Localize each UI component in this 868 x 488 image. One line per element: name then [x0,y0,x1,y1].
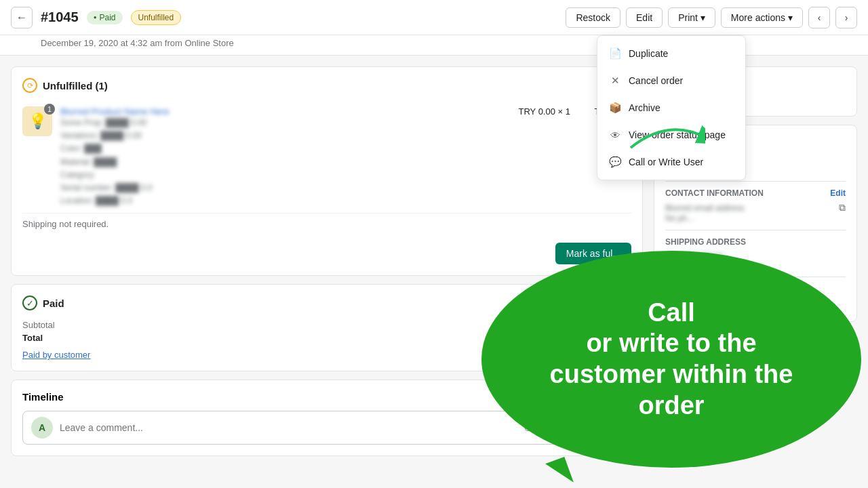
more-actions-button[interactable]: More actions ▾ [721,7,803,28]
next-order-button[interactable]: › [835,7,857,28]
view-status-icon: 👁 [608,128,622,142]
timeline-title: Timeline [22,391,64,403]
subtotal-label: Subtotal [22,320,55,330]
product-price: TRY 0.00 × 1 [519,106,571,117]
cancel-label: Cancel order [629,75,683,86]
print-button[interactable]: Print ▾ [668,7,715,28]
unfulfilled-title: Unfulfilled (1) [43,80,108,92]
product-name[interactable]: Blurred Product Name Here [60,106,511,117]
shipping-section-label: SHIPPING ADDRESS [665,237,846,247]
product-detail-1: Some Prop: ████ 0.00 [60,117,511,129]
back-icon: ← [16,12,27,24]
archive-icon: 📦 [608,101,622,115]
divider-2 [665,230,846,230]
restock-button[interactable]: Restock [566,7,620,28]
product-detail-4: Material: ████ [60,156,511,169]
comment-input[interactable] [60,422,515,433]
promo-text: Call or write to the customer within the… [530,298,814,421]
copy-email-icon[interactable]: ⧉ [839,202,846,214]
paid-by-link[interactable]: Paid by customer [22,350,90,360]
top-bar-actions: Restock Edit Print ▾ More actions ▾ ‹ › [566,7,857,28]
paid-title: Paid [43,298,64,309]
product-detail-7: Location: ████ 0.0 [60,195,511,207]
contact-edit-link[interactable]: Edit [830,188,846,198]
call-write-icon: 💬 [608,155,622,169]
prev-order-button[interactable]: ‹ [808,7,830,28]
product-image: 💡 1 [22,106,52,136]
paid-badge: Paid [87,11,123,24]
contact-section-label: CONTACT INFORMATION Edit [665,188,846,198]
divider-1 [665,181,846,182]
promo-bubble: Call or write to the customer within the… [481,251,861,468]
cancel-icon: ✕ [608,74,622,87]
product-detail-3: Color: ███ [60,142,511,155]
customer-email: Blurred email address [665,203,745,213]
product-detail-6: Serial number: ████ 0.0 [60,182,511,195]
unfulfilled-icon: ⟳ [22,78,37,93]
duplicate-label: Duplicate [629,48,668,59]
product-row: 💡 1 Blurred Product Name Here Some Prop:… [22,101,631,213]
product-count-badge: 1 [44,104,55,115]
email-row: Blurred email address ⧉ [665,202,846,214]
product-detail-2: Variations: ████ 0.00 [60,129,511,142]
back-button[interactable]: ← [11,7,33,28]
unfulfilled-footer: Mark as ful... [22,235,631,264]
print-chevron-icon: ▾ [701,12,705,23]
unfulfilled-header: ⟳ Unfulfilled (1) [22,78,631,93]
call-write-label: Call or Write User [629,157,703,167]
total-label: Total [22,333,43,343]
archive-label: Archive [629,102,660,113]
unfulfilled-card: ⟳ Unfulfilled (1) 💡 1 Blurred Product Na… [11,66,643,276]
duplicate-icon: 📄 [608,47,622,60]
paid-icon: ✓ [22,296,37,310]
shipping-note: Shipping not required. [22,213,631,235]
top-bar: ← #1045 Paid Unfulfilled Restock Edit Pr… [0,0,868,35]
product-info: Blurred Product Name Here Some Prop: ███… [60,106,511,207]
green-arrow [624,114,705,155]
unfulfilled-badge: Unfulfilled [131,10,182,25]
product-detail-5: Category: [60,169,511,182]
edit-button[interactable]: Edit [626,7,663,28]
more-actions-dropdown: 📄 Duplicate ✕ Cancel order 📦 Archive 👁 V… [597,35,746,180]
dropdown-item-cancel[interactable]: ✕ Cancel order [597,67,745,94]
customer-phone: No ph... [665,214,846,223]
dropdown-item-duplicate[interactable]: 📄 Duplicate [597,40,745,67]
order-title: #1045 [41,9,79,25]
user-avatar: A [31,417,53,439]
more-actions-chevron-icon: ▾ [788,12,793,23]
